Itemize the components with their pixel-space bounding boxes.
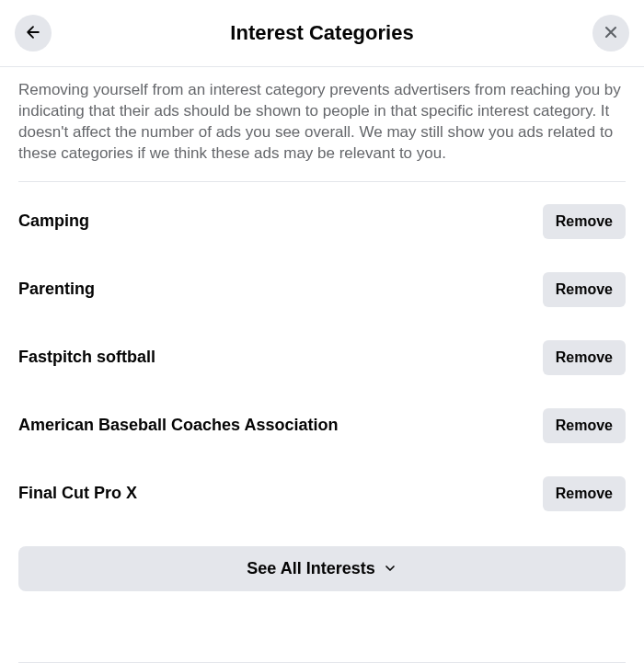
interest-row: American Baseball Coaches Association Re… xyxy=(18,392,626,460)
interest-label: Parenting xyxy=(18,280,95,299)
modal-title: Interest Categories xyxy=(52,21,592,45)
interest-row: Parenting Remove xyxy=(18,256,626,324)
remove-button[interactable]: Remove xyxy=(543,340,626,375)
close-button[interactable] xyxy=(592,15,629,51)
chevron-down-icon xyxy=(383,561,397,576)
remove-button[interactable]: Remove xyxy=(543,204,626,239)
interest-row: Fastpitch softball Remove xyxy=(18,324,626,392)
interest-label: Final Cut Pro X xyxy=(18,484,137,503)
see-all-interests-button[interactable]: See All Interests xyxy=(18,546,626,591)
description-text: Removing yourself from an interest categ… xyxy=(18,67,626,182)
interest-row: Camping Remove xyxy=(18,188,626,256)
interest-row: Final Cut Pro X Remove xyxy=(18,460,626,528)
interest-categories-modal: Interest Categories Removing yourself fr… xyxy=(0,0,644,663)
remove-button[interactable]: Remove xyxy=(543,408,626,443)
interest-label: Fastpitch softball xyxy=(18,348,155,367)
close-icon xyxy=(602,23,620,44)
modal-body: Removing yourself from an interest categ… xyxy=(0,67,644,662)
interest-label: American Baseball Coaches Association xyxy=(18,416,338,435)
modal-header: Interest Categories xyxy=(0,0,644,67)
see-all-wrap: See All Interests xyxy=(18,543,626,610)
remove-button[interactable]: Remove xyxy=(543,272,626,307)
remove-button[interactable]: Remove xyxy=(543,476,626,511)
interest-label: Camping xyxy=(18,211,89,231)
see-all-label: See All Interests xyxy=(247,559,374,578)
arrow-left-icon xyxy=(24,23,42,44)
interest-list: Camping Remove Parenting Remove Fastpitc… xyxy=(18,182,626,543)
back-button[interactable] xyxy=(15,15,52,51)
